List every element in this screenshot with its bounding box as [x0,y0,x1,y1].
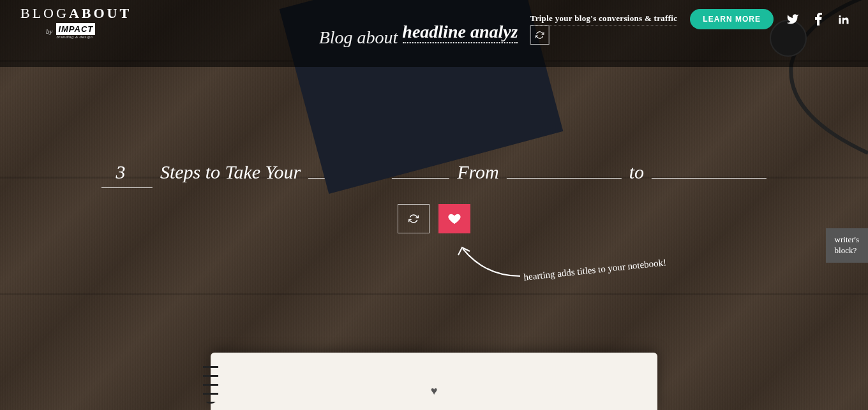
header-bar: BLOGABOUT by IMPACT branding & design Bl… [0,0,868,67]
twitter-icon[interactable] [786,13,799,26]
headline-text-3: to [629,161,644,183]
learn-more-button[interactable]: LEARN MORE [690,9,774,29]
linkedin-icon[interactable] [837,13,850,26]
headline-text-2: From [457,161,499,183]
action-button-row [398,204,470,233]
notebook-heart-icon: ♥ [431,384,438,398]
promo-link[interactable]: Triple your blog's conversions & traffic [530,13,678,26]
heart-icon [447,212,461,226]
writers-block-tab[interactable]: writer's block? [826,228,868,263]
hearting-hint: hearting adds titles to your notebook! [523,257,667,282]
logo-main: BLOGABOUT [20,5,131,22]
logo-area[interactable]: BLOGABOUT by IMPACT branding & design [20,5,131,39]
arrow-to-heart [453,241,523,286]
blank-4[interactable] [507,152,622,179]
blank-1-input[interactable] [101,161,140,183]
facebook-icon[interactable] [812,13,825,26]
impact-logo: IMPACT [56,23,95,35]
top-right-nav: Triple your blog's conversions & traffic… [530,9,850,29]
logo-byline: by IMPACT branding & design [46,23,131,39]
refresh-icon [535,31,544,40]
blank-5[interactable] [652,152,767,179]
save-heart-button[interactable] [438,204,470,233]
refresh-headline-button[interactable] [398,204,430,233]
refresh-icon [408,214,419,224]
topic-prompt: Blog about [319,22,550,48]
prompt-prefix: Blog about [319,22,518,48]
topic-input[interactable] [402,22,517,42]
notebook[interactable]: ♥ [211,353,657,410]
headline-text-1: Steps to Take Your [160,161,301,183]
